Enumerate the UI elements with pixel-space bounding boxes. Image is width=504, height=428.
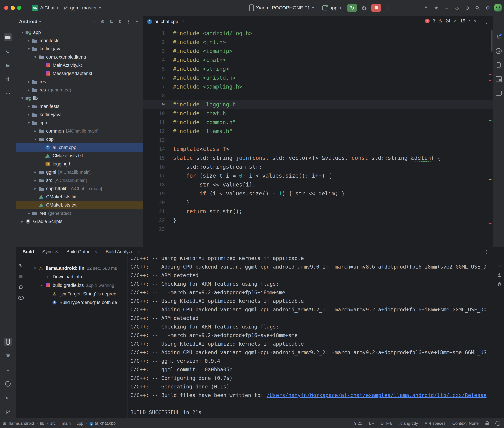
project-view-selector[interactable]: Android bbox=[19, 19, 37, 24]
line-separator[interactable]: LF bbox=[369, 421, 374, 426]
build-tree-item[interactable]: ⚠'jvmTarget: String' is deprec bbox=[26, 290, 128, 298]
chevron-down-icon[interactable]: ▾ bbox=[32, 55, 38, 59]
translate-icon[interactable]: A bbox=[422, 4, 430, 11]
tree-item-cmakelists-txt[interactable]: CMakeLists.txt bbox=[16, 152, 143, 160]
chevron-down-icon[interactable]: ▾ bbox=[32, 137, 38, 141]
project-selector[interactable]: AC AiChat ▾ bbox=[29, 3, 61, 13]
chevron-right-icon[interactable]: ▸ bbox=[32, 187, 38, 191]
branch-selector[interactable]: ggml-master ▾ bbox=[61, 3, 103, 13]
breadcrumb-item[interactable]: llama.android bbox=[9, 421, 34, 426]
tree-item-kotlin-java[interactable]: ▾kotlin+java bbox=[16, 45, 143, 53]
soft-wrap-button[interactable] bbox=[497, 263, 502, 268]
chevron-right-icon[interactable]: ▸ bbox=[26, 88, 32, 92]
logcat-tool-button[interactable]: ≡ bbox=[4, 366, 12, 374]
code-line[interactable]: 22} bbox=[143, 216, 493, 225]
run-config-selector[interactable]: app ▾ bbox=[320, 3, 344, 13]
chevron-down-icon[interactable]: ▾ bbox=[19, 30, 25, 34]
close-tab-icon[interactable]: ✕ bbox=[181, 19, 185, 24]
code-line[interactable]: 14template<class T> bbox=[143, 145, 493, 153]
ai-assistant-icon[interactable]: ★ bbox=[433, 4, 440, 11]
code-line[interactable]: 15static std::string join(const std::vec… bbox=[143, 153, 493, 162]
inspections-widget[interactable]: ! 3 ⚠ 24 ✓ 15 ∧ ∨ bbox=[425, 18, 476, 24]
code-line[interactable]: 10#include "chat.h" bbox=[143, 109, 493, 118]
build-variants-icon[interactable]: ◇ bbox=[453, 4, 461, 11]
build-console[interactable]: C/C++: -- Using KleidiAI optimized kerne… bbox=[128, 257, 504, 418]
build-tree-item[interactable]: ▾build.gradle.ktsapp 1 warning bbox=[26, 281, 128, 290]
hide-panel-button[interactable]: − bbox=[135, 19, 140, 24]
code-line[interactable]: 9#include "logging.h" bbox=[143, 100, 493, 109]
code-line[interactable]: 1#include <android/log.h> bbox=[143, 29, 493, 38]
close-window-button[interactable] bbox=[4, 6, 8, 10]
tree-item-cpp[interactable]: ▾cpp bbox=[16, 119, 143, 127]
tree-item-cpp-httplib[interactable]: ▸cpp-httplib[AiChat.lib.main] bbox=[16, 184, 143, 193]
build-tree-item[interactable]: iBuildType 'debug' is both de bbox=[26, 298, 128, 307]
more-tools-button[interactable]: ⋯ bbox=[4, 89, 12, 98]
add-button[interactable]: + bbox=[92, 19, 97, 24]
layout-inspector-button[interactable] bbox=[495, 75, 503, 83]
tree-item-kotlin-java[interactable]: ▸kotlin+java bbox=[16, 110, 143, 119]
build-options-button[interactable]: ⋮ bbox=[484, 249, 489, 255]
window-layout-icon[interactable]: ⊞ bbox=[3, 421, 6, 426]
expand-all-button[interactable]: ⇅ bbox=[109, 19, 114, 24]
chevron-down-icon[interactable]: ▾ bbox=[26, 121, 32, 125]
panel-options-button[interactable]: ⋮ bbox=[126, 19, 131, 24]
chevron-right-icon[interactable]: ▸ bbox=[26, 104, 32, 108]
running-devices-tool-button[interactable] bbox=[4, 337, 12, 346]
code-line[interactable]: 20 } bbox=[143, 198, 493, 207]
profile-avatar[interactable] bbox=[494, 4, 502, 11]
file-encoding[interactable]: UTF-8 bbox=[381, 421, 392, 426]
chevron-down-icon[interactable]: ▾ bbox=[39, 283, 45, 287]
gradle-tool-button[interactable]: G bbox=[495, 47, 503, 55]
breadcrumb-item[interactable]: cpp bbox=[77, 421, 84, 426]
tree-item-logging-h[interactable]: Hlogging.h bbox=[16, 160, 143, 168]
editor-scrollbar[interactable] bbox=[491, 30, 493, 52]
notifications-button[interactable] bbox=[495, 33, 503, 41]
more-run-actions-button[interactable]: ⋮ bbox=[385, 5, 392, 11]
structure-tool-button[interactable]: ⊞ bbox=[4, 61, 12, 69]
code-editor[interactable]: 1#include <android/log.h>2#include <jni.… bbox=[143, 27, 493, 247]
settings-button[interactable]: ⚙ bbox=[484, 4, 491, 11]
editor-tab[interactable]: C ai_chat.cpp ✕ bbox=[143, 16, 188, 27]
error-stripe-mark[interactable] bbox=[489, 74, 491, 75]
rerun-build-button[interactable]: ↻ bbox=[18, 263, 24, 269]
code-line[interactable]: 18 str << values[i]; bbox=[143, 180, 493, 189]
chevron-right-icon[interactable]: ▸ bbox=[32, 178, 38, 182]
tree-item-ai-chat-cpp[interactable]: Cai_chat.cpp bbox=[16, 143, 143, 152]
code-line[interactable]: 11#include "common.h" bbox=[143, 118, 493, 127]
device-selector[interactable]: Xiaomi POCOPHONE F1 ▾ bbox=[247, 3, 316, 13]
scroll-to-end-button[interactable] bbox=[497, 272, 502, 277]
code-line[interactable]: 21 return str.str(); bbox=[143, 207, 493, 216]
tree-item-src[interactable]: ▸src[AiChat.lib.main] bbox=[16, 176, 143, 184]
tree-item-common[interactable]: ▸common[AiChat.lib.main] bbox=[16, 127, 143, 135]
warning-stripe-mark[interactable] bbox=[489, 179, 491, 180]
tree-item-manifests[interactable]: ▸manifests bbox=[16, 36, 143, 45]
caret-position[interactable]: 9:21 bbox=[354, 421, 362, 426]
code-line[interactable]: 6#include <unistd.h> bbox=[143, 73, 493, 82]
error-stripe-mark[interactable] bbox=[489, 80, 491, 81]
breadcrumb-item[interactable]: main bbox=[62, 421, 71, 426]
file-lock-toggle[interactable] bbox=[486, 421, 488, 425]
close-tab-icon[interactable]: ✕ bbox=[55, 249, 58, 254]
minimize-window-button[interactable] bbox=[11, 6, 15, 10]
linter-status[interactable]: .clang-tidy bbox=[399, 421, 418, 426]
chevron-right-icon[interactable]: ▸ bbox=[26, 39, 32, 43]
code-line[interactable]: 4#include <cmath> bbox=[143, 56, 493, 64]
search-everywhere-button[interactable] bbox=[474, 4, 481, 11]
code-line[interactable]: 5#include <string> bbox=[143, 64, 493, 73]
chevron-right-icon[interactable]: ▸ bbox=[32, 170, 38, 174]
chevron-right-icon[interactable]: ▸ bbox=[26, 211, 32, 215]
code-line[interactable]: 23 bbox=[143, 225, 493, 234]
stop-build-button[interactable] bbox=[18, 273, 24, 279]
breadcrumb-item[interactable]: lib bbox=[40, 421, 44, 426]
chevron-right-icon[interactable]: ▸ bbox=[26, 80, 32, 84]
pull-requests-tool-button[interactable]: ⇅ bbox=[4, 75, 12, 83]
locate-file-button[interactable]: ⊕ bbox=[100, 19, 105, 24]
context-selector[interactable]: Context: None bbox=[452, 421, 479, 426]
build-tool-button[interactable]: ⚒ bbox=[4, 352, 12, 360]
next-problem-button[interactable]: ∨ bbox=[474, 19, 476, 23]
build-output-path-link[interactable]: /Users/hanyin/Workspace/ai-chat/examples… bbox=[267, 392, 487, 398]
run-button[interactable]: ↻ bbox=[347, 4, 357, 12]
device-manager-button[interactable] bbox=[495, 61, 503, 69]
code-line[interactable]: 8 bbox=[143, 91, 493, 100]
tree-item-gradle-scripts[interactable]: ▸GGradle Scripts bbox=[16, 217, 143, 226]
